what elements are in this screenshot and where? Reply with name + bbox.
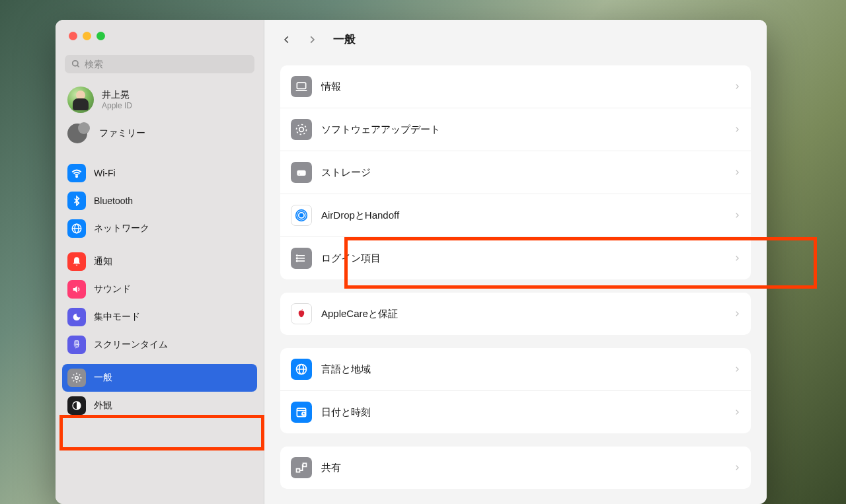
sidebar-item-general[interactable]: 一般	[62, 364, 257, 392]
svg-point-12	[297, 125, 307, 135]
chevron-right-icon	[734, 211, 740, 220]
row-label: ソフトウェアアップデート	[321, 124, 724, 136]
sidebar-item-notifications[interactable]: 通知	[56, 248, 264, 275]
sidebar-item-label: 外観	[94, 400, 112, 412]
avatar	[67, 87, 94, 113]
settings-row-language[interactable]: 言語と地域	[280, 348, 751, 391]
svg-point-22	[297, 258, 298, 259]
close-button[interactable]	[69, 32, 77, 40]
settings-row-software-update[interactable]: ソフトウェアアップデート	[280, 108, 751, 151]
sidebar-item-network[interactable]: ネットワーク	[56, 215, 264, 242]
chevron-right-icon	[734, 168, 740, 177]
row-label: ログイン項目	[321, 252, 724, 265]
svg-point-15	[300, 214, 303, 217]
row-label: AppleCareと保証	[321, 308, 724, 320]
search-icon	[71, 59, 81, 69]
sidebar-section-system: 一般 外観	[56, 364, 264, 419]
window-controls	[56, 20, 264, 40]
network-icon	[67, 219, 86, 238]
row-label: 情報	[321, 81, 724, 93]
settings-row-about[interactable]: 情報	[280, 65, 751, 108]
settings-row-applecare[interactable]: AppleCareと保証	[280, 293, 751, 335]
settings-row-datetime[interactable]: 日付と時刻	[280, 391, 751, 433]
settings-group-3: 言語と地域 日付と時刻	[280, 348, 751, 433]
gear-icon	[291, 119, 312, 140]
svg-point-21	[297, 255, 298, 256]
svg-point-23	[297, 260, 298, 262]
minimize-button[interactable]	[83, 32, 91, 40]
chevron-right-icon	[734, 365, 740, 374]
svg-point-2	[76, 176, 77, 177]
svg-point-0	[73, 61, 78, 66]
bell-icon	[67, 252, 86, 271]
row-label: 日付と時刻	[321, 406, 724, 419]
wifi-icon	[67, 164, 86, 182]
list-icon	[291, 248, 312, 269]
sidebar-section-focus: 通知 サウンド 集中モード スクリーンタイム	[56, 248, 264, 359]
sidebar-item-label: サウンド	[94, 283, 131, 295]
sidebar-item-appearance[interactable]: 外観	[56, 392, 264, 419]
share-icon	[291, 457, 312, 478]
maximize-button[interactable]	[96, 32, 105, 40]
sidebar-item-wifi[interactable]: Wi-Fi	[56, 159, 264, 187]
settings-group-1: 情報 ソフトウェアアップデート ストレージ	[280, 65, 751, 279]
chevron-right-icon	[734, 254, 740, 263]
back-button[interactable]	[280, 33, 293, 46]
chevron-right-icon	[734, 463, 740, 472]
sidebar-item-label: スクリーンタイム	[94, 339, 168, 351]
svg-point-11	[299, 127, 304, 132]
main-header: 一般	[264, 20, 767, 65]
focus-icon	[67, 308, 86, 326]
chevron-right-icon	[734, 125, 740, 134]
settings-row-login-items[interactable]: ログイン項目	[280, 237, 751, 279]
system-settings-window: 井上晃 Apple ID ファミリー Wi-Fi Bluetooth	[56, 20, 767, 504]
sidebar-section-network: Wi-Fi Bluetooth ネットワーク	[56, 159, 264, 242]
appearance-icon	[67, 396, 86, 415]
sidebar-item-label: 通知	[94, 256, 112, 268]
info-icon	[291, 76, 312, 97]
search-box[interactable]	[65, 55, 254, 73]
settings-row-sharing[interactable]: 共有	[280, 447, 751, 489]
chevron-right-icon	[734, 82, 740, 91]
main-content: 一般 情報 ソフトウェアアップデート ストレージ	[264, 20, 767, 504]
screentime-icon	[67, 336, 86, 354]
page-title: 一般	[333, 32, 356, 47]
family-avatar-icon	[67, 124, 87, 143]
sidebar-item-label: ネットワーク	[94, 223, 149, 234]
svg-line-1	[77, 65, 79, 67]
settings-group-2: AppleCareと保証	[280, 293, 751, 335]
sound-icon	[67, 280, 86, 299]
row-label: 共有	[321, 462, 724, 474]
sidebar-item-bluetooth[interactable]: Bluetooth	[56, 187, 264, 215]
settings-row-storage[interactable]: ストレージ	[280, 151, 751, 194]
sidebar-item-label: 集中モード	[94, 311, 140, 323]
sidebar-item-label: 一般	[94, 372, 112, 384]
globe-icon	[291, 359, 312, 380]
sidebar-item-sound[interactable]: サウンド	[56, 275, 264, 303]
applecare-icon	[291, 303, 312, 324]
settings-group-4: 共有	[280, 447, 751, 489]
sidebar-item-screentime[interactable]: スクリーンタイム	[56, 331, 264, 359]
sidebar-item-label: Wi-Fi	[94, 168, 116, 178]
bluetooth-icon	[67, 192, 86, 210]
svg-rect-9	[297, 83, 305, 89]
svg-point-7	[75, 377, 79, 380]
account-name: 井上晃	[102, 89, 132, 101]
row-label: 言語と地域	[321, 363, 724, 376]
sidebar-item-focus[interactable]: 集中モード	[56, 303, 264, 331]
sidebar-family[interactable]: ファミリー	[56, 120, 264, 147]
settings-row-airdrop[interactable]: AirDropとHandoff	[280, 194, 751, 237]
sidebar: 井上晃 Apple ID ファミリー Wi-Fi Bluetooth	[56, 20, 264, 504]
airdrop-icon	[291, 205, 312, 226]
row-label: ストレージ	[321, 166, 724, 179]
calendar-icon	[291, 402, 312, 423]
storage-icon	[291, 162, 312, 183]
family-label: ファミリー	[99, 127, 145, 139]
chevron-right-icon	[734, 309, 740, 318]
sidebar-item-label: Bluetooth	[94, 196, 133, 206]
search-input[interactable]	[85, 59, 248, 69]
row-label: AirDropとHandoff	[321, 209, 724, 222]
sidebar-account[interactable]: 井上晃 Apple ID	[56, 84, 264, 116]
gear-icon	[67, 369, 86, 387]
forward-button[interactable]	[305, 33, 319, 46]
